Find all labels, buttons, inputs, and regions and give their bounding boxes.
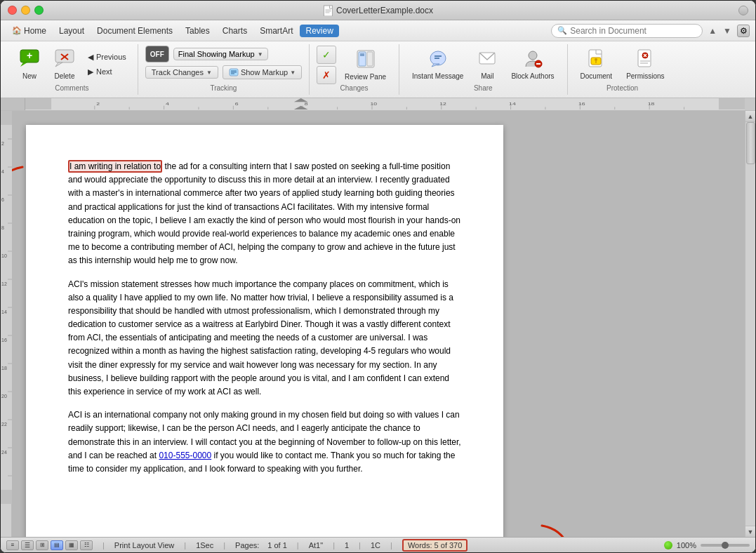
window-resize[interactable] [738,6,748,15]
svg-marker-8 [55,62,62,67]
show-markup-button[interactable]: Show Markup ▼ [223,65,302,79]
view-icon-4[interactable]: ▤ [51,540,63,550]
block-authors-label: Block Authors [511,72,554,80]
zoom-level: 100% [677,541,696,549]
svg-text:12: 12 [1,281,7,286]
menu-settings-button[interactable]: ⚙ [737,25,750,37]
instant-message-button[interactable]: Instant Message [406,46,469,83]
svg-text:14: 14 [509,101,516,106]
markup-dropdown[interactable]: Final Showing Markup ▼ [173,48,268,60]
view-icon-2[interactable]: ☰ [21,540,34,550]
svg-text:12: 12 [439,101,446,106]
menu-bar-right: 🔍 ▲ ▼ ⚙ [551,24,750,38]
view-icon-5[interactable]: ▦ [65,540,78,550]
words-value: 5 of 370 [435,541,463,549]
menu-layout[interactable]: Layout [53,25,90,37]
view-icons: ≡ ☰ ⊞ ▤ ▦ ☷ [6,540,93,550]
block-authors-button[interactable]: Block Authors [505,46,559,83]
search-input[interactable] [570,26,696,36]
section-indicator: 1Sec [196,541,213,549]
scrollbar-track[interactable] [745,122,756,526]
scroll-up-arrow[interactable]: ▲ [745,111,756,122]
track-changes-row: OFF Final Showing Markup ▼ [145,46,268,62]
track-show-row: Track Changes ▼ Show Markup ▼ [145,65,302,79]
block-authors-icon [523,48,543,71]
track-off-label: OFF [146,46,168,62]
doc-scroll-area[interactable]: Selected Text Word Count [12,111,745,537]
document-page: I am writing in relation to the ad for a… [26,125,503,537]
mail-button[interactable]: Mail [472,46,503,83]
paragraph-3: ACI is an international company not only… [68,408,461,476]
svg-text:4: 4 [1,169,4,174]
menu-review[interactable]: Review [300,25,338,37]
show-markup-label: Show Markup [241,68,288,76]
svg-rect-71 [1,111,12,125]
new-comment-button[interactable]: + New [13,46,46,83]
menu-arrows[interactable]: ▲ ▼ [705,25,734,36]
svg-marker-5 [20,62,27,67]
maximize-button[interactable] [34,6,44,15]
track-toggle[interactable]: OFF [145,46,169,62]
at-indicator: At1" [309,541,323,549]
line-indicator: 1 [345,541,349,549]
svg-text:24: 24 [1,450,7,455]
close-button[interactable] [8,6,17,15]
svg-text:2: 2 [96,101,100,106]
reject-icon: ✗ [322,69,331,81]
phone-link[interactable]: 010-555-0000 [159,451,211,460]
view-icon-3[interactable]: ⊞ [36,540,48,550]
document-protect-button[interactable]: Document [575,46,618,83]
menu-tables[interactable]: Tables [180,25,215,37]
track-changes-button[interactable]: Track Changes ▼ [145,66,218,79]
col-indicator: 1C [371,541,380,549]
svg-text:16: 16 [1,338,7,342]
minimize-button[interactable] [21,6,30,15]
zoom-slider[interactable] [701,544,750,547]
track-changes-arrow: ▼ [206,69,212,76]
svg-text:10: 10 [371,101,378,106]
reject-button[interactable]: ✗ [317,66,336,84]
menu-smartart[interactable]: SmartArt [254,25,298,37]
ribbon-group-share: Instant Message Mail [399,44,568,95]
scrollbar-thumb[interactable] [746,122,755,164]
menu-down-arrow[interactable]: ▼ [720,25,734,36]
comments-group-label: Comments [6,84,138,92]
print-layout-view: Print Layout View [114,541,174,549]
accept-button[interactable]: ✓ [317,46,336,64]
svg-text:6: 6 [235,101,239,106]
status-bar: ≡ ☰ ⊞ ▤ ▦ ☷ | Print Layout View | 1Sec |… [1,537,755,552]
svg-point-25 [529,51,537,60]
svg-rect-0 [324,6,332,16]
ribbon-group-tracking: OFF Final Showing Markup ▼ Track Changes… [138,44,310,95]
next-icon: ▶ [88,67,93,76]
previous-button[interactable]: ◀ Previous [84,51,131,63]
accept-reject-buttons: ✓ ✗ [317,46,336,84]
next-button[interactable]: ▶ Next [84,66,131,78]
delete-comment-button[interactable]: Delete [48,46,81,83]
instant-message-icon [428,48,448,71]
window-controls[interactable] [8,6,44,15]
review-pane-button[interactable]: Review Pane [339,46,392,84]
view-icon-6[interactable]: ☷ [80,540,93,550]
menu-charts[interactable]: Charts [217,25,253,37]
pages-value: 1 of 1 [267,541,287,549]
right-scrollbar[interactable]: ▲ ▼ [745,111,755,537]
paragraph-1: I am writing in relation to the ad for a… [68,160,461,268]
view-icon-1[interactable]: ≡ [6,540,19,550]
vertical-ruler: 2 4 6 8 10 12 14 16 18 20 22 [1,111,12,537]
permissions-button[interactable]: Permissions [621,46,670,83]
svg-rect-17 [367,52,373,66]
scroll-down-arrow[interactable]: ▼ [745,526,756,537]
title-text: CoverLetterExample.docx [336,6,433,15]
selected-text-highlight: I am writing in relation to [68,160,162,173]
menu-up-arrow[interactable]: ▲ [705,25,719,36]
menu-home[interactable]: 🏠 Home [6,25,52,37]
menu-document-elements[interactable]: Document Elements [91,25,178,37]
status-indicator [664,541,672,549]
zoom-slider-thumb[interactable] [722,542,729,549]
share-group-label: Share [399,84,567,92]
search-box[interactable]: 🔍 [551,24,703,38]
svg-rect-38 [25,98,745,109]
zoom-area: 100% [664,541,750,549]
instant-message-label: Instant Message [412,72,463,80]
